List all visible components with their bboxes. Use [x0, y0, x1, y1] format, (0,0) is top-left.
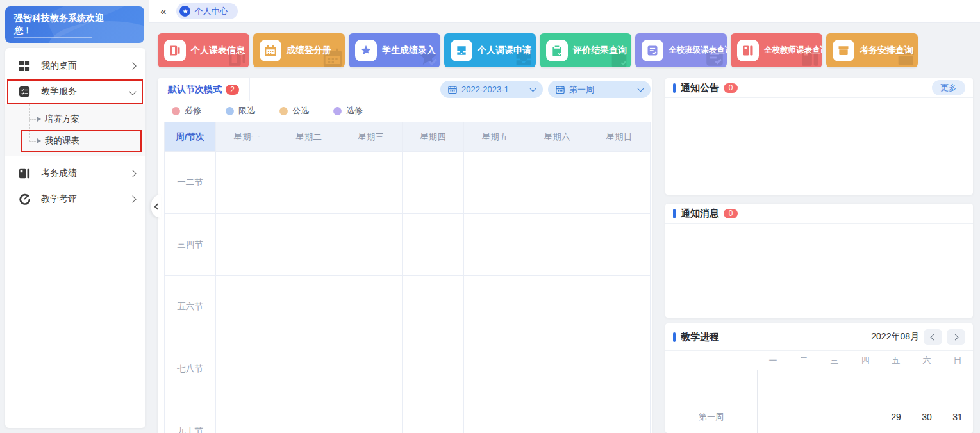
personal-timetable-icon: [164, 40, 186, 61]
timetable-slot-cell: [588, 152, 651, 214]
timetable-slot-cell: [403, 276, 465, 338]
weekday-header: 六: [911, 351, 942, 370]
calendar-empty-cell: [788, 370, 819, 433]
term-select-dropdown[interactable]: 2022-2023-1: [440, 81, 543, 98]
chevron-left-icon: [931, 334, 937, 340]
calendar-date[interactable]: 29: [881, 370, 911, 433]
legend-label: 必修: [185, 105, 201, 117]
teaching-progress-panel: 教学进程 2022年08月 一二三四五六日 第一周293031: [665, 323, 973, 433]
legend-color-dot: [333, 107, 342, 115]
timetable-row: 九十节: [165, 400, 651, 433]
timetable-slot-cell: [216, 276, 278, 338]
sidebar-item-my-desktop[interactable]: 我的桌面: [5, 53, 145, 79]
timetable-slot-cell: [464, 400, 526, 433]
chevron-right-icon: [129, 170, 136, 177]
calendar-weekday-row: 一二三四五六日: [665, 351, 973, 370]
quick-action-label: 评价结果查询: [573, 45, 627, 56]
timetable-slot-cell: [588, 214, 651, 276]
legend-color-dot: [172, 107, 180, 115]
timetable-slot-cell: [340, 400, 403, 433]
tab-default-period-mode[interactable]: 默认节次模式 2: [158, 78, 250, 101]
quick-action-label: 成绩登分册: [287, 45, 331, 56]
week-number-label: 第一周: [665, 370, 758, 433]
quick-action-button-5[interactable]: 全校班级课表查询: [635, 33, 727, 67]
week-select-dropdown[interactable]: 第一周: [548, 81, 651, 98]
sidebar-subitem-training-plan[interactable]: 培养方案: [5, 108, 145, 130]
timetable-slot-cell: [340, 276, 403, 338]
weekday-header: 四: [850, 351, 881, 370]
quick-action-button-0[interactable]: 个人课表信息: [158, 33, 249, 67]
timetable-tab-row: 默认节次模式 2 2022-2023-1: [158, 78, 652, 101]
quick-action-button-2[interactable]: 学生成绩录入: [349, 33, 440, 67]
collapse-sidebar-icon[interactable]: «: [155, 5, 171, 18]
sidebar-subitem-my-timetable[interactable]: 我的课表: [5, 130, 145, 152]
legend-item: 选修: [333, 105, 363, 117]
next-month-button[interactable]: [947, 329, 965, 345]
notice-count-badge: 0: [724, 83, 738, 93]
calendar-empty-cell: [850, 370, 881, 433]
timetable-slot-cell: [403, 214, 465, 276]
calendar-week-row: 第一周293031: [665, 370, 973, 433]
notice-panel: 通知公告 0 更多: [665, 78, 973, 195]
timetable-grid: 周/节次星期一星期二星期三星期四星期五星期六星期日 一二节三四节五六节七八节九十…: [164, 122, 651, 433]
top-tab-bar: « ★ 个人中心: [149, 0, 980, 23]
collapse-panel-handle[interactable]: [151, 195, 161, 218]
calendar-date[interactable]: 30: [911, 370, 942, 433]
timetable-body: 一二节三四节五六节七八节九十节: [165, 152, 651, 433]
legend-label: 选修: [346, 105, 363, 117]
timetable-card: 默认节次模式 2 2022-2023-1: [158, 78, 652, 433]
panel-title: 教学进程: [681, 331, 719, 343]
timetable-slot-cell: [278, 214, 340, 276]
day-header: 星期三: [340, 122, 403, 152]
timetable-slot-cell: [278, 276, 340, 338]
weekday-header: 二: [788, 351, 819, 370]
sidebar-item-teaching-services[interactable]: 教学服务: [5, 79, 145, 104]
quick-action-button-3[interactable]: 个人调课申请: [444, 33, 536, 67]
quick-action-label: 个人课表信息: [191, 45, 245, 56]
period-label: 三四节: [165, 214, 216, 276]
period-label: 七八节: [165, 338, 216, 400]
desktop-grid-icon: [18, 60, 31, 72]
term-select-value: 2022-2023-1: [461, 85, 526, 94]
quick-action-button-1[interactable]: 成绩登分册: [253, 33, 345, 67]
calendar-date[interactable]: 31: [942, 370, 973, 433]
timetable-slot-cell: [340, 338, 403, 400]
panel-title: 通知公告: [681, 82, 719, 94]
timetable-slot-cell: [278, 400, 340, 433]
sidebar-item-teaching-evaluation[interactable]: 教学考评: [5, 186, 145, 212]
current-month-label: 2022年08月: [871, 331, 919, 343]
timetable-slot-cell: [588, 338, 651, 400]
reschedule-inbox-icon: [451, 40, 472, 61]
weekday-header: 日: [942, 351, 973, 370]
timetable-row: 五六节: [165, 276, 651, 338]
legend-item: 公选: [279, 105, 309, 117]
sidebar-item-label: 考务成绩: [41, 168, 77, 179]
quick-action-button-6[interactable]: 全校教师课表查询: [731, 33, 822, 67]
calendar-spacer: [665, 351, 758, 370]
timetable-slot-cell: [526, 214, 588, 276]
quick-action-button-7[interactable]: 考务安排查询: [826, 33, 918, 67]
timetable-slot-cell: [403, 338, 465, 400]
timetable-slot-cell: [340, 214, 403, 276]
timetable-toolbar: 2022-2023-1 第一周: [250, 78, 652, 101]
chevron-left-icon: [154, 203, 160, 209]
timetable-row: 一二节: [165, 152, 651, 214]
sidebar-menu: 我的桌面 教学服务 培养方案 我的课表: [5, 48, 145, 428]
tab-label: 默认节次模式: [168, 84, 222, 95]
sidebar-item-label: 教学服务: [41, 86, 77, 97]
teacher-timetable-icon: [737, 40, 759, 61]
timetable-row: 三四节: [165, 214, 651, 276]
tab-personal-center[interactable]: ★ 个人中心: [176, 3, 238, 19]
more-link[interactable]: 更多: [932, 80, 965, 95]
caret-right-icon: [37, 117, 41, 122]
sidebar-item-label: 我的桌面: [41, 60, 77, 72]
timetable-slot-cell: [526, 276, 588, 338]
chevron-right-icon: [952, 334, 959, 340]
banner-text-line1: 强智科技教务系统欢迎: [14, 12, 135, 24]
prev-month-button[interactable]: [924, 329, 942, 345]
timetable-slot-cell: [216, 214, 278, 276]
sidebar-item-exam-scores[interactable]: 考务成绩: [5, 161, 145, 186]
tree-connector: [29, 141, 36, 142]
quick-action-label: 全校班级课表查询: [669, 45, 727, 56]
quick-action-button-4[interactable]: 评价结果查询: [540, 33, 631, 67]
